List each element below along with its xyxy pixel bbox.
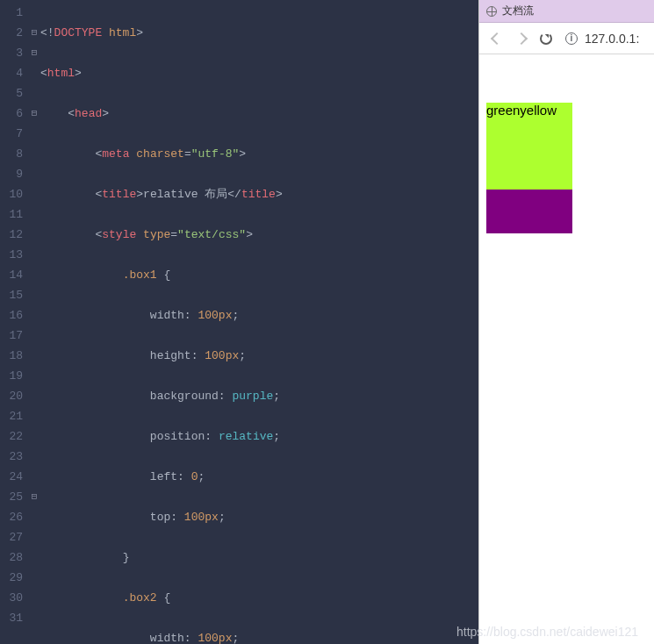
- code-line: left: 0;: [40, 467, 478, 487]
- page-viewport: greenyellow: [479, 54, 654, 644]
- code-line: background: purple;: [40, 386, 478, 406]
- purple-box: [486, 190, 572, 233]
- code-line: position: relative;: [40, 426, 478, 447]
- browser-window: 文档流 i 127.0.0.1: greenyellow: [478, 0, 654, 644]
- browser-tab[interactable]: 文档流: [479, 0, 654, 23]
- code-line: <title>relative 布局</title>: [40, 184, 478, 204]
- back-button[interactable]: [485, 26, 509, 51]
- code-line: <head>: [40, 104, 478, 124]
- reload-button[interactable]: [534, 26, 558, 51]
- code-line: .box1 {: [40, 265, 478, 285]
- browser-toolbar: i 127.0.0.1:: [479, 23, 654, 54]
- code-line: top: 100px;: [40, 507, 478, 527]
- code-line: <style type="text/css">: [40, 225, 478, 245]
- green-box: greenyellow: [486, 103, 572, 190]
- code-line: <meta charset="utf-8">: [40, 144, 478, 164]
- forward-button[interactable]: [509, 26, 534, 51]
- reload-icon: [540, 32, 552, 45]
- code-line: width: 100px;: [40, 305, 478, 326]
- line-number-gutter: 1234567891011121314151617181920212223242…: [0, 0, 28, 628]
- code-line: <html>: [40, 63, 478, 83]
- code-editor[interactable]: 1234567891011121314151617181920212223242…: [0, 0, 478, 644]
- watermark-text: https://blog.csdn.net/caidewei121: [456, 625, 638, 639]
- globe-icon: [486, 6, 497, 17]
- code-line: <!DOCTYPE html>: [40, 23, 478, 43]
- code-line: height: 100px;: [40, 346, 478, 366]
- address-bar[interactable]: i 127.0.0.1:: [565, 27, 649, 50]
- code-line: .box2 {: [40, 588, 478, 608]
- site-info-icon[interactable]: i: [565, 32, 578, 45]
- arrow-left-icon: [491, 32, 503, 44]
- arrow-right-icon: [515, 32, 528, 44]
- fold-gutter[interactable]: ⊟⊟⊟⊟: [28, 0, 40, 628]
- tab-title: 文档流: [502, 4, 534, 18]
- url-text: 127.0.0.1:: [585, 32, 639, 46]
- code-area[interactable]: <!DOCTYPE html> <html> <head> <meta char…: [40, 3, 478, 644]
- code-line: width: 100px;: [40, 628, 478, 644]
- code-line: }: [40, 547, 478, 568]
